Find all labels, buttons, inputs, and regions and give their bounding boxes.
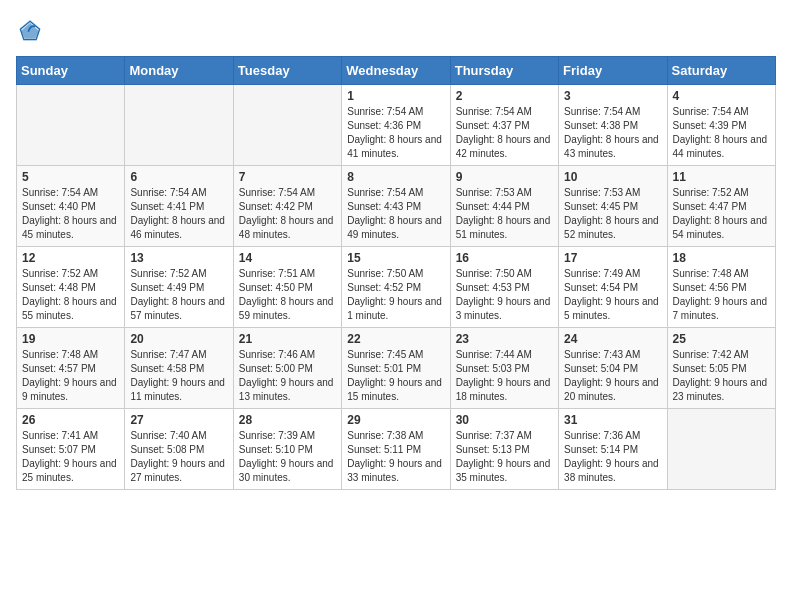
day-number: 7 <box>239 170 336 184</box>
calendar-cell: 23Sunrise: 7:44 AM Sunset: 5:03 PM Dayli… <box>450 328 558 409</box>
calendar-cell: 18Sunrise: 7:48 AM Sunset: 4:56 PM Dayli… <box>667 247 775 328</box>
day-number: 21 <box>239 332 336 346</box>
day-info: Sunrise: 7:45 AM Sunset: 5:01 PM Dayligh… <box>347 348 444 404</box>
calendar-week-row: 26Sunrise: 7:41 AM Sunset: 5:07 PM Dayli… <box>17 409 776 490</box>
day-info: Sunrise: 7:37 AM Sunset: 5:13 PM Dayligh… <box>456 429 553 485</box>
calendar-cell: 31Sunrise: 7:36 AM Sunset: 5:14 PM Dayli… <box>559 409 667 490</box>
calendar-cell: 5Sunrise: 7:54 AM Sunset: 4:40 PM Daylig… <box>17 166 125 247</box>
calendar-cell <box>667 409 775 490</box>
day-number: 2 <box>456 89 553 103</box>
calendar-cell: 17Sunrise: 7:49 AM Sunset: 4:54 PM Dayli… <box>559 247 667 328</box>
day-number: 5 <box>22 170 119 184</box>
day-info: Sunrise: 7:43 AM Sunset: 5:04 PM Dayligh… <box>564 348 661 404</box>
day-number: 31 <box>564 413 661 427</box>
day-number: 19 <box>22 332 119 346</box>
day-number: 27 <box>130 413 227 427</box>
day-info: Sunrise: 7:54 AM Sunset: 4:36 PM Dayligh… <box>347 105 444 161</box>
day-info: Sunrise: 7:42 AM Sunset: 5:05 PM Dayligh… <box>673 348 770 404</box>
day-of-week-header: Friday <box>559 57 667 85</box>
day-number: 1 <box>347 89 444 103</box>
logo-icon <box>16 16 44 44</box>
calendar-week-row: 19Sunrise: 7:48 AM Sunset: 4:57 PM Dayli… <box>17 328 776 409</box>
day-info: Sunrise: 7:51 AM Sunset: 4:50 PM Dayligh… <box>239 267 336 323</box>
calendar-table: SundayMondayTuesdayWednesdayThursdayFrid… <box>16 56 776 490</box>
day-info: Sunrise: 7:46 AM Sunset: 5:00 PM Dayligh… <box>239 348 336 404</box>
page-header <box>16 16 776 44</box>
day-number: 18 <box>673 251 770 265</box>
calendar-header-row: SundayMondayTuesdayWednesdayThursdayFrid… <box>17 57 776 85</box>
day-info: Sunrise: 7:54 AM Sunset: 4:42 PM Dayligh… <box>239 186 336 242</box>
day-info: Sunrise: 7:54 AM Sunset: 4:43 PM Dayligh… <box>347 186 444 242</box>
day-info: Sunrise: 7:50 AM Sunset: 4:53 PM Dayligh… <box>456 267 553 323</box>
day-number: 24 <box>564 332 661 346</box>
calendar-cell: 6Sunrise: 7:54 AM Sunset: 4:41 PM Daylig… <box>125 166 233 247</box>
calendar-cell: 1Sunrise: 7:54 AM Sunset: 4:36 PM Daylig… <box>342 85 450 166</box>
day-number: 12 <box>22 251 119 265</box>
calendar-cell: 9Sunrise: 7:53 AM Sunset: 4:44 PM Daylig… <box>450 166 558 247</box>
calendar-cell <box>17 85 125 166</box>
calendar-cell: 2Sunrise: 7:54 AM Sunset: 4:37 PM Daylig… <box>450 85 558 166</box>
day-of-week-header: Sunday <box>17 57 125 85</box>
calendar-cell: 22Sunrise: 7:45 AM Sunset: 5:01 PM Dayli… <box>342 328 450 409</box>
calendar-cell: 19Sunrise: 7:48 AM Sunset: 4:57 PM Dayli… <box>17 328 125 409</box>
day-number: 26 <box>22 413 119 427</box>
day-info: Sunrise: 7:54 AM Sunset: 4:40 PM Dayligh… <box>22 186 119 242</box>
calendar-cell: 24Sunrise: 7:43 AM Sunset: 5:04 PM Dayli… <box>559 328 667 409</box>
day-number: 15 <box>347 251 444 265</box>
day-of-week-header: Tuesday <box>233 57 341 85</box>
day-number: 13 <box>130 251 227 265</box>
day-number: 9 <box>456 170 553 184</box>
day-number: 25 <box>673 332 770 346</box>
day-info: Sunrise: 7:44 AM Sunset: 5:03 PM Dayligh… <box>456 348 553 404</box>
calendar-cell: 14Sunrise: 7:51 AM Sunset: 4:50 PM Dayli… <box>233 247 341 328</box>
calendar-week-row: 12Sunrise: 7:52 AM Sunset: 4:48 PM Dayli… <box>17 247 776 328</box>
day-info: Sunrise: 7:53 AM Sunset: 4:44 PM Dayligh… <box>456 186 553 242</box>
calendar-cell: 28Sunrise: 7:39 AM Sunset: 5:10 PM Dayli… <box>233 409 341 490</box>
day-number: 30 <box>456 413 553 427</box>
calendar-cell: 11Sunrise: 7:52 AM Sunset: 4:47 PM Dayli… <box>667 166 775 247</box>
calendar-cell: 20Sunrise: 7:47 AM Sunset: 4:58 PM Dayli… <box>125 328 233 409</box>
day-info: Sunrise: 7:36 AM Sunset: 5:14 PM Dayligh… <box>564 429 661 485</box>
calendar-cell <box>125 85 233 166</box>
day-number: 16 <box>456 251 553 265</box>
day-info: Sunrise: 7:54 AM Sunset: 4:41 PM Dayligh… <box>130 186 227 242</box>
calendar-cell: 13Sunrise: 7:52 AM Sunset: 4:49 PM Dayli… <box>125 247 233 328</box>
logo <box>16 16 48 44</box>
day-info: Sunrise: 7:54 AM Sunset: 4:39 PM Dayligh… <box>673 105 770 161</box>
calendar-cell: 8Sunrise: 7:54 AM Sunset: 4:43 PM Daylig… <box>342 166 450 247</box>
day-number: 10 <box>564 170 661 184</box>
day-info: Sunrise: 7:50 AM Sunset: 4:52 PM Dayligh… <box>347 267 444 323</box>
calendar-cell: 30Sunrise: 7:37 AM Sunset: 5:13 PM Dayli… <box>450 409 558 490</box>
day-number: 8 <box>347 170 444 184</box>
day-info: Sunrise: 7:52 AM Sunset: 4:47 PM Dayligh… <box>673 186 770 242</box>
calendar-cell: 27Sunrise: 7:40 AM Sunset: 5:08 PM Dayli… <box>125 409 233 490</box>
day-of-week-header: Monday <box>125 57 233 85</box>
day-info: Sunrise: 7:40 AM Sunset: 5:08 PM Dayligh… <box>130 429 227 485</box>
day-number: 17 <box>564 251 661 265</box>
day-number: 14 <box>239 251 336 265</box>
day-info: Sunrise: 7:52 AM Sunset: 4:49 PM Dayligh… <box>130 267 227 323</box>
calendar-cell: 25Sunrise: 7:42 AM Sunset: 5:05 PM Dayli… <box>667 328 775 409</box>
day-number: 22 <box>347 332 444 346</box>
calendar-cell: 21Sunrise: 7:46 AM Sunset: 5:00 PM Dayli… <box>233 328 341 409</box>
day-number: 23 <box>456 332 553 346</box>
calendar-cell: 7Sunrise: 7:54 AM Sunset: 4:42 PM Daylig… <box>233 166 341 247</box>
day-number: 20 <box>130 332 227 346</box>
day-info: Sunrise: 7:38 AM Sunset: 5:11 PM Dayligh… <box>347 429 444 485</box>
day-number: 11 <box>673 170 770 184</box>
day-info: Sunrise: 7:52 AM Sunset: 4:48 PM Dayligh… <box>22 267 119 323</box>
day-info: Sunrise: 7:48 AM Sunset: 4:56 PM Dayligh… <box>673 267 770 323</box>
day-info: Sunrise: 7:41 AM Sunset: 5:07 PM Dayligh… <box>22 429 119 485</box>
day-info: Sunrise: 7:54 AM Sunset: 4:38 PM Dayligh… <box>564 105 661 161</box>
day-number: 3 <box>564 89 661 103</box>
day-number: 29 <box>347 413 444 427</box>
day-number: 4 <box>673 89 770 103</box>
day-of-week-header: Saturday <box>667 57 775 85</box>
day-of-week-header: Thursday <box>450 57 558 85</box>
day-info: Sunrise: 7:53 AM Sunset: 4:45 PM Dayligh… <box>564 186 661 242</box>
day-info: Sunrise: 7:49 AM Sunset: 4:54 PM Dayligh… <box>564 267 661 323</box>
day-info: Sunrise: 7:54 AM Sunset: 4:37 PM Dayligh… <box>456 105 553 161</box>
day-info: Sunrise: 7:39 AM Sunset: 5:10 PM Dayligh… <box>239 429 336 485</box>
calendar-cell: 10Sunrise: 7:53 AM Sunset: 4:45 PM Dayli… <box>559 166 667 247</box>
calendar-cell: 15Sunrise: 7:50 AM Sunset: 4:52 PM Dayli… <box>342 247 450 328</box>
